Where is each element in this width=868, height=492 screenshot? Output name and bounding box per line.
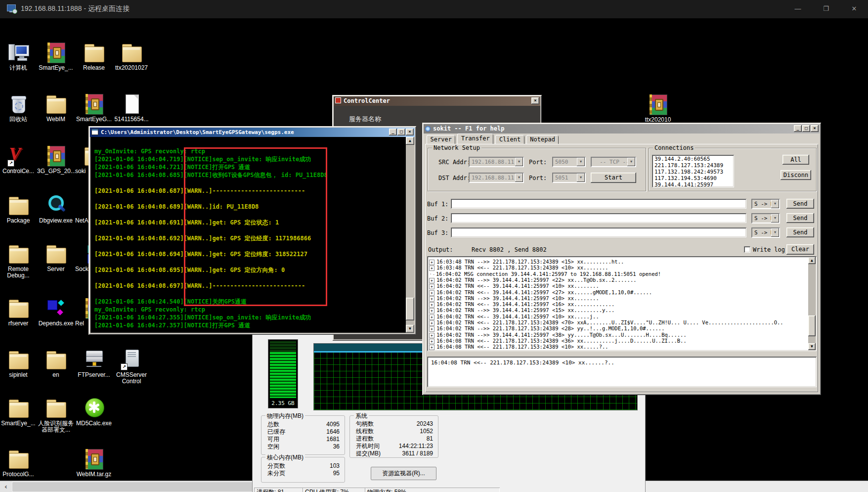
- send-button[interactable]: Send: [786, 227, 814, 237]
- buf-input[interactable]: [451, 227, 746, 237]
- send-button[interactable]: Send: [786, 199, 814, 209]
- src-addr-combo[interactable]: 192.168.88.11▼: [469, 157, 524, 167]
- buf-input[interactable]: [451, 213, 746, 223]
- chevron-down-icon[interactable]: ▼: [771, 200, 779, 208]
- log-row[interactable]: +16:04:02 TRN <<-- 39.144.4.141:25997 <1…: [429, 283, 599, 289]
- tab-client[interactable]: Client: [495, 135, 524, 144]
- log-scroll-thumb[interactable]: [808, 315, 816, 336]
- desktop-icon-computer[interactable]: 计算机: [0, 41, 37, 71]
- log-row[interactable]: +16:04:08 TRN <<-- 221.178.127.153:24389…: [429, 344, 608, 350]
- log-row[interactable]: +16:04:02 TRN <<-- 39.144.4.141:25997 <1…: [429, 313, 599, 320]
- scroll-down-button[interactable]: ▼: [406, 325, 414, 333]
- log-scrollbar[interactable]: ▲ ▼: [808, 257, 816, 350]
- connection-item[interactable]: 117.132.194.53:4690: [653, 175, 734, 181]
- log-row[interactable]: +16:04:08 TRN <<-- 221.178.127.153:24389…: [429, 338, 687, 344]
- tab-server[interactable]: Server: [427, 135, 455, 144]
- resource-monitor-button[interactable]: 资源监视器(R)...: [371, 467, 436, 480]
- expand-icon[interactable]: +: [429, 266, 434, 271]
- desktop-icon-folder[interactable]: Release: [75, 41, 113, 71]
- chevron-down-icon[interactable]: ▼: [577, 174, 585, 182]
- log-row[interactable]: +16:04:02 TRN -->> 39.144.4.141:25997 <1…: [429, 307, 614, 313]
- desktop-icon-server[interactable]: FTPserver...: [75, 348, 113, 378]
- console-minimize-button[interactable]: _: [389, 129, 397, 135]
- desktop-icon-folder[interactable]: 人脸识别服务 器部署文...: [37, 397, 75, 433]
- dst-addr-combo[interactable]: 192.168.88.11▼: [469, 173, 524, 183]
- scroll-up-button[interactable]: ▲: [808, 257, 816, 264]
- connection-item[interactable]: 39.144.4.141:25997: [653, 181, 734, 187]
- expand-icon[interactable]: +: [429, 260, 434, 265]
- expand-icon[interactable]: +: [429, 320, 434, 326]
- direction-combo[interactable]: S -> D▼: [751, 227, 780, 238]
- desktop-icon-rar[interactable]: SmartEye_...: [37, 41, 75, 71]
- scroll-up-button[interactable]: ▲: [406, 137, 414, 145]
- expand-icon[interactable]: +: [429, 296, 434, 302]
- chevron-down-icon[interactable]: ▼: [627, 158, 635, 166]
- console-close-button[interactable]: ×: [406, 129, 414, 135]
- desktop-icon-folder[interactable]: ProtocolG...: [0, 447, 37, 478]
- desktop-icon-rar[interactable]: ttx202010: [639, 93, 677, 123]
- desktop-icon-folder[interactable]: Package: [0, 194, 37, 224]
- connection-item[interactable]: 39.144.2.40:60565: [653, 156, 734, 162]
- console-maximize-button[interactable]: □: [397, 129, 405, 135]
- rdp-close-button[interactable]: ✕: [841, 0, 867, 18]
- log-row[interactable]: +16:04:02 TRN -->> 39.144.4.141:25997 <2…: [429, 277, 637, 283]
- expand-icon[interactable]: +: [429, 345, 434, 350]
- protocol-combo[interactable]: -- TCP --▼: [591, 157, 636, 167]
- start-button[interactable]: Start: [591, 173, 636, 183]
- chevron-down-icon[interactable]: ▼: [577, 158, 585, 166]
- expand-icon[interactable]: +: [429, 290, 434, 296]
- sokit-close-button[interactable]: ×: [811, 125, 819, 132]
- expand-icon[interactable]: +: [429, 314, 434, 320]
- log-row[interactable]: +16:04:02 TRN -->> 39.144.4.141:25997 <1…: [429, 295, 599, 302]
- connection-item[interactable]: 117.132.198.242:49573: [653, 169, 734, 175]
- rdp-minimize-button[interactable]: —: [785, 0, 811, 18]
- sokit-minimize-button[interactable]: _: [794, 125, 802, 132]
- log-tree[interactable]: +16:04:08 TRN <<-- 221.178.127.153:24389…: [427, 256, 817, 351]
- desktop-icon-folder[interactable]: rfserver: [0, 297, 37, 327]
- clear-button[interactable]: Clear: [786, 244, 814, 255]
- log-row[interactable]: +16:03:48 TRN <<-- 221.178.127.153:24389…: [429, 265, 608, 271]
- log-row[interactable]: +16:04:02 TRN -->> 39.144.4.141:25997 <3…: [429, 332, 687, 338]
- desktop-icon-folder[interactable]: en: [37, 348, 75, 378]
- connection-item[interactable]: 221.178.127.153:24389: [653, 162, 734, 169]
- expand-icon[interactable]: +: [429, 339, 434, 344]
- scroll-left-button[interactable]: ‹: [0, 481, 12, 492]
- expand-icon[interactable]: +: [429, 326, 434, 332]
- log-row[interactable]: ·-16:04:02 MSG connection 39.144.4.141:2…: [429, 271, 661, 277]
- sokit-maximize-button[interactable]: □: [802, 125, 810, 132]
- desktop-icon-rar[interactable]: WebIM.tar.gz: [75, 447, 113, 478]
- disconn-button[interactable]: Disconn: [781, 170, 811, 180]
- controlcenter-close-button[interactable]: ×: [531, 97, 539, 104]
- log-row[interactable]: +16:03:48 TRN -->> 221.178.127.153:24389…: [429, 259, 624, 265]
- desktop-icon-vlogo[interactable]: V↗ControlCe...: [0, 144, 37, 175]
- expand-icon[interactable]: +: [429, 308, 434, 313]
- direction-combo[interactable]: S -> D▼: [751, 213, 780, 224]
- log-row[interactable]: +16:04:02 TRN <<-- 39.144.4.141:25997 <2…: [429, 289, 652, 296]
- desktop-icon-magnifier[interactable]: Dbgview.exe: [37, 194, 75, 224]
- desktop-icon-folder[interactable]: Server: [37, 242, 75, 272]
- desktop-icon-folder[interactable]: WebIM: [37, 92, 75, 123]
- send-button[interactable]: Send: [786, 213, 814, 223]
- expand-icon[interactable]: +: [429, 278, 434, 283]
- dst-port-combo[interactable]: 5051▼: [552, 173, 586, 183]
- desktop-icon-recycle[interactable]: 回收站: [0, 92, 37, 123]
- desktop-icon-depends[interactable]: Depends.exe: [37, 297, 75, 327]
- direction-combo[interactable]: S -> D▼: [751, 199, 780, 209]
- desktop-icon-folder[interactable]: Remote Debug...: [0, 242, 37, 279]
- desktop-icon-cms[interactable]: ↗CMSServer Control: [113, 348, 150, 385]
- rdp-maximize-button[interactable]: ❐: [813, 0, 839, 18]
- write-log-checkbox[interactable]: [744, 246, 750, 253]
- console-scroll-thumb[interactable]: [406, 298, 414, 320]
- log-row[interactable]: +16:04:02 TRN <<-- 221.178.127.153:24389…: [429, 319, 783, 326]
- expand-icon[interactable]: +: [429, 284, 434, 289]
- desktop-icon-md5[interactable]: MD5Calc.exe: [75, 397, 113, 427]
- desktop-icon-rar[interactable]: SmartEyeG...: [75, 92, 113, 123]
- desktop-icon-folder[interactable]: SmartEye_...: [0, 397, 37, 427]
- tab-transfer[interactable]: Transfer: [457, 134, 493, 144]
- desktop-icon-folder[interactable]: sipinlet: [0, 348, 37, 378]
- console-scrollbar[interactable]: ▲ ▼: [406, 137, 414, 333]
- src-port-combo[interactable]: 5050▼: [552, 157, 586, 167]
- chevron-down-icon[interactable]: ▼: [771, 214, 779, 223]
- tab-notepad[interactable]: Notepad: [526, 135, 559, 144]
- buf-input[interactable]: [451, 199, 746, 209]
